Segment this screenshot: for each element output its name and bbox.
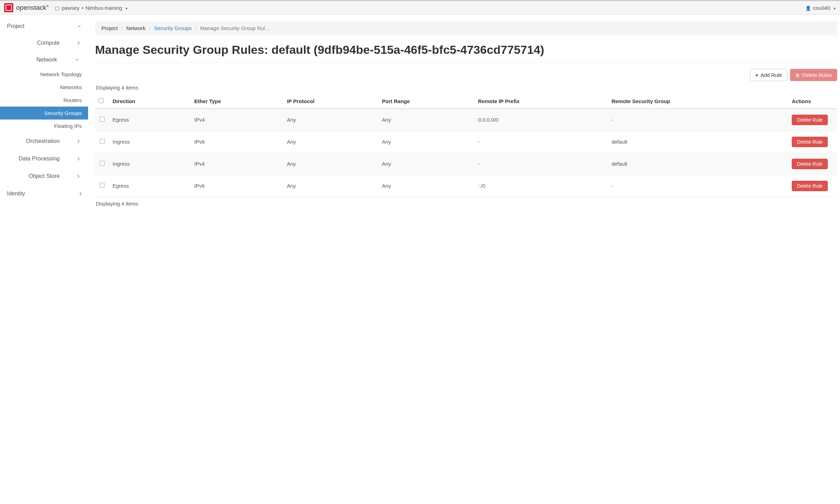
cell-remote-ip: - — [474, 131, 608, 153]
breadcrumb: Project / Network / Security Groups / Ma… — [95, 21, 837, 35]
sidebar-item-project[interactable]: Project — [0, 18, 88, 34]
table-row: EgressIPv4AnyAny0.0.0.0/0-Delete Rule — [95, 109, 837, 131]
select-all-checkbox[interactable] — [99, 98, 103, 103]
cell-proto: Any — [283, 109, 379, 131]
table-row: IngressIPv4AnyAny-defaultDelete Rule — [95, 153, 837, 175]
row-checkbox[interactable] — [100, 161, 105, 166]
plus-icon — [755, 72, 759, 78]
row-checkbox[interactable] — [100, 139, 105, 144]
sidebar-item-label: Project — [7, 23, 24, 29]
sidebar-item-object-store[interactable]: Object Store — [0, 167, 88, 185]
cell-remote-sg: - — [608, 109, 788, 131]
brand-text: openstack® — [16, 4, 49, 12]
page-title: Manage Security Group Rules: default (9d… — [95, 42, 837, 63]
sidebar-item-orchestration[interactable]: Orchestration — [0, 132, 88, 150]
project-domain: pawsey — [62, 5, 79, 11]
sidebar-item-networks[interactable]: Networks — [0, 81, 88, 94]
rules-table: Direction Ether Type IP Protocol Port Ra… — [95, 94, 837, 197]
main-content: Project / Network / Security Groups / Ma… — [88, 15, 840, 217]
cell-proto: Any — [283, 153, 379, 175]
sidebar-item-label: Compute — [7, 40, 60, 46]
table-caption-bottom: Displaying 4 items — [96, 201, 837, 207]
user-menu[interactable]: cou040 — [805, 5, 836, 11]
delete-rule-button[interactable]: Delete Rule — [792, 159, 828, 169]
cell-direction: Egress — [109, 175, 191, 197]
cell-direction: Ingress — [109, 153, 191, 175]
sidebar-item-routers[interactable]: Routers — [0, 94, 88, 107]
table-caption-top: Displaying 4 items — [96, 85, 837, 91]
chevron-down-icon — [832, 5, 836, 11]
openstack-icon — [4, 3, 13, 12]
navbar-left: openstack® pawsey • Nimbus-training — [4, 3, 128, 12]
cell-port: Any — [379, 131, 475, 153]
trash-icon — [795, 72, 800, 78]
table-row: EgressIPv6AnyAny::/0-Delete Rule — [95, 175, 837, 197]
cell-remote-sg: default — [608, 131, 788, 153]
sidebar-item-compute[interactable]: Compute — [0, 34, 88, 52]
add-rule-button[interactable]: Add Rule — [750, 69, 787, 81]
table-row: IngressIPv6AnyAny-defaultDelete Rule — [95, 131, 837, 153]
user-icon — [805, 5, 811, 11]
delete-rule-button[interactable]: Delete Rule — [792, 137, 828, 147]
sidebar-item-label: Object Store — [7, 173, 60, 179]
chevron-right-icon — [79, 189, 82, 198]
chevron-right-icon — [77, 172, 80, 181]
cell-remote-sg: - — [608, 175, 788, 197]
chevron-right-icon — [77, 137, 80, 146]
cell-direction: Ingress — [109, 131, 191, 153]
brand-logo[interactable]: openstack® — [4, 3, 49, 12]
col-remote-ip[interactable]: Remote IP Prefix — [474, 94, 608, 109]
chevron-down-icon — [124, 5, 128, 11]
row-checkbox[interactable] — [100, 183, 105, 188]
col-direction[interactable]: Direction — [109, 94, 191, 109]
domain-icon — [55, 5, 59, 11]
sidebar: Project Compute Network Network Topology… — [0, 15, 88, 217]
sidebar-item-label: Network — [7, 57, 57, 63]
col-actions: Actions — [788, 94, 837, 109]
cell-remote-sg: default — [608, 153, 788, 175]
sidebar-item-network-topology[interactable]: Network Topology — [0, 68, 88, 81]
chevron-right-icon — [77, 154, 80, 163]
sidebar-item-network[interactable]: Network — [0, 52, 88, 68]
sidebar-item-identity[interactable]: Identity — [0, 185, 88, 202]
col-ether-type[interactable]: Ether Type — [191, 94, 283, 109]
breadcrumb-current: Manage Security Group Rul… — [200, 25, 270, 31]
cell-port: Any — [379, 153, 475, 175]
cell-proto: Any — [283, 131, 379, 153]
table-header-row: Direction Ether Type IP Protocol Port Ra… — [95, 94, 837, 109]
chevron-down-icon — [74, 56, 80, 64]
cell-direction: Egress — [109, 109, 191, 131]
delete-rule-button[interactable]: Delete Rule — [792, 115, 828, 125]
project-switcher[interactable]: pawsey • Nimbus-training — [55, 5, 128, 11]
cell-remote-ip: ::/0 — [474, 175, 608, 197]
delete-rule-button[interactable]: Delete Rule — [792, 181, 828, 191]
cell-remote-ip: - — [474, 153, 608, 175]
cell-proto: Any — [283, 175, 379, 197]
cell-remote-ip: 0.0.0.0/0 — [474, 109, 608, 131]
cell-port: Any — [379, 109, 475, 131]
cell-ether: IPv6 — [191, 175, 283, 197]
project-name: Nimbus-training — [85, 5, 122, 11]
sidebar-item-data-processing[interactable]: Data Processing — [0, 150, 88, 167]
row-checkbox[interactable] — [100, 117, 105, 122]
sidebar-item-label: Orchestration — [7, 138, 60, 144]
col-remote-sg[interactable]: Remote Security Group — [608, 94, 788, 109]
cell-ether: IPv4 — [191, 109, 283, 131]
col-ip-protocol[interactable]: IP Protocol — [283, 94, 379, 109]
sidebar-item-floating-ips[interactable]: Floating IPs — [0, 120, 88, 132]
delete-rules-button[interactable]: Delete Rules — [790, 69, 837, 81]
breadcrumb-network[interactable]: Network — [126, 25, 145, 31]
sidebar-item-label: Identity — [7, 190, 25, 197]
navbar: openstack® pawsey • Nimbus-training cou0… — [0, 0, 840, 15]
sidebar-item-label: Data Processing — [7, 156, 60, 162]
user-name: cou040 — [813, 5, 830, 11]
action-bar: Add Rule Delete Rules — [95, 69, 837, 81]
chevron-right-icon — [77, 38, 80, 48]
breadcrumb-security-groups[interactable]: Security Groups — [154, 25, 192, 31]
cell-port: Any — [379, 175, 475, 197]
breadcrumb-project[interactable]: Project — [101, 25, 118, 31]
cell-ether: IPv6 — [191, 131, 283, 153]
col-port-range[interactable]: Port Range — [379, 94, 475, 109]
cell-ether: IPv4 — [191, 153, 283, 175]
sidebar-item-security-groups[interactable]: Security Groups — [0, 107, 88, 120]
